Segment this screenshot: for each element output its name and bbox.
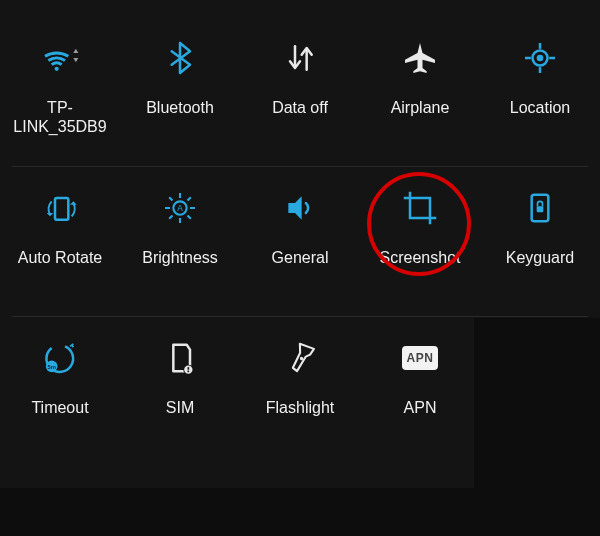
tile-keyguard[interactable]: Keyguard bbox=[480, 168, 600, 318]
tile-brightness[interactable]: A Brightness bbox=[120, 168, 240, 318]
apn-icon: APN bbox=[390, 328, 450, 388]
brightness-icon: A bbox=[150, 178, 210, 238]
tile-wifi[interactable]: TP-LINK_35DB9 bbox=[0, 18, 120, 168]
timeout-icon: 5m bbox=[30, 328, 90, 388]
tile-label: APN bbox=[404, 398, 437, 417]
tile-bluetooth[interactable]: Bluetooth bbox=[120, 18, 240, 168]
keyguard-icon bbox=[510, 178, 570, 238]
bluetooth-icon bbox=[150, 28, 210, 88]
svg-point-23 bbox=[184, 366, 192, 374]
tile-sound[interactable]: General bbox=[240, 168, 360, 318]
tile-location[interactable]: Location bbox=[480, 18, 600, 168]
svg-rect-24 bbox=[188, 367, 190, 370]
apn-badge: APN bbox=[402, 346, 438, 370]
quick-settings-panel: TP-LINK_35DB9 Bluetooth Data off bbox=[0, 0, 600, 536]
airplane-icon bbox=[390, 28, 450, 88]
location-icon bbox=[510, 28, 570, 88]
svg-line-15 bbox=[188, 216, 191, 219]
svg-rect-7 bbox=[55, 198, 68, 220]
svg-line-14 bbox=[169, 197, 172, 200]
svg-line-16 bbox=[169, 216, 172, 219]
tile-label: General bbox=[272, 248, 329, 267]
svg-text:A: A bbox=[177, 203, 183, 213]
sim-icon bbox=[150, 328, 210, 388]
tile-screenshot[interactable]: Screenshot bbox=[360, 168, 480, 318]
screenshot-icon bbox=[390, 178, 450, 238]
tile-label: Timeout bbox=[31, 398, 88, 417]
svg-rect-19 bbox=[537, 206, 544, 212]
auto-rotate-icon bbox=[30, 178, 90, 238]
data-off-icon bbox=[270, 28, 330, 88]
tile-data[interactable]: Data off bbox=[240, 18, 360, 168]
tile-label: Flashlight bbox=[266, 398, 334, 417]
svg-point-0 bbox=[55, 67, 59, 71]
tile-label: Brightness bbox=[142, 248, 218, 267]
sound-icon bbox=[270, 178, 330, 238]
tile-label: Auto Rotate bbox=[18, 248, 103, 267]
tile-sim[interactable]: SIM bbox=[120, 318, 240, 468]
tile-apn[interactable]: APN APN bbox=[360, 318, 480, 468]
flashlight-icon bbox=[270, 328, 330, 388]
tile-label: Keyguard bbox=[506, 248, 575, 267]
tile-auto-rotate[interactable]: Auto Rotate bbox=[0, 168, 120, 318]
tile-airplane[interactable]: Airplane bbox=[360, 18, 480, 168]
tile-flashlight[interactable]: Flashlight bbox=[240, 318, 360, 468]
svg-line-17 bbox=[188, 197, 191, 200]
tile-label: Airplane bbox=[391, 98, 450, 117]
svg-text:5m: 5m bbox=[47, 364, 55, 370]
svg-rect-25 bbox=[188, 371, 190, 373]
tile-label: SIM bbox=[166, 398, 194, 417]
quick-settings-grid: TP-LINK_35DB9 Bluetooth Data off bbox=[0, 18, 600, 468]
tile-label: Screenshot bbox=[380, 248, 461, 267]
tile-label: TP-LINK_35DB9 bbox=[4, 98, 116, 136]
tile-label: Bluetooth bbox=[146, 98, 214, 117]
tile-timeout[interactable]: 5m Timeout bbox=[0, 318, 120, 468]
tile-label: Data off bbox=[272, 98, 328, 117]
wifi-icon bbox=[30, 28, 90, 88]
empty-area bbox=[0, 488, 600, 536]
svg-point-2 bbox=[537, 55, 544, 62]
tile-label: Location bbox=[510, 98, 571, 117]
